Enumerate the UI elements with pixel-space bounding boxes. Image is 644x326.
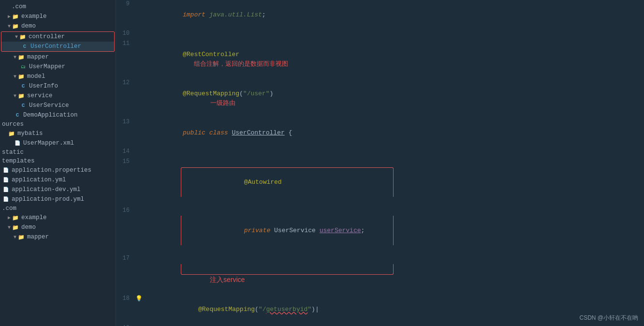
sidebar-item-userinfo[interactable]: C UserInfo xyxy=(0,81,116,91)
code-line-11: 11 @RestController 组合注解，返回的是数据而非视图 xyxy=(116,40,644,79)
sidebar-item-usermapper[interactable]: 🗂 UserMapper xyxy=(0,62,116,72)
folder-icon: 📁 xyxy=(12,214,19,222)
folder-icon: 📁 xyxy=(8,130,15,137)
sidebar-item-controller[interactable]: ▼ 📁 controller xyxy=(1,32,114,42)
sidebar-item-com1: .com xyxy=(0,2,116,12)
code-line-12: 12 @RequestMapping("/user") 一级路由 xyxy=(116,79,644,118)
text-icon xyxy=(2,3,10,11)
yml-icon: 📄 xyxy=(2,176,10,184)
arrow-icon: ▼ xyxy=(14,74,16,79)
file-tree[interactable]: .com ▶ 📁 example ▼ 📁 demo ▼ 📁 controller… xyxy=(0,0,116,326)
folder-icon: 📁 xyxy=(12,223,19,231)
sidebar-item-example2[interactable]: ▶ 📁 example xyxy=(0,213,116,222)
folder-icon: 📁 xyxy=(12,13,19,20)
sidebar-item-demoapplication[interactable]: C DemoApplication xyxy=(0,110,116,120)
code-line-14: 14 xyxy=(116,148,644,158)
yml-icon: 📄 xyxy=(2,195,10,203)
folder-icon: 📁 xyxy=(12,22,19,30)
code-table: 9 import java.util.List; 10 11 @RestCont… xyxy=(116,0,644,326)
arrow-icon: ▶ xyxy=(8,14,11,19)
sidebar-item-usercontroller[interactable]: C UserController xyxy=(1,42,114,51)
folder-icon: 📁 xyxy=(19,33,27,41)
sidebar-item-service[interactable]: ▼ 📁 service xyxy=(0,91,116,101)
bulb-icon[interactable]: 💡 xyxy=(135,296,143,302)
spring-icon: C xyxy=(14,111,21,119)
arrow-icon: ▶ xyxy=(8,215,11,221)
arrow-icon: ▼ xyxy=(14,235,16,240)
code-line-18: 18 💡 @RequestMapping("/getuserbyid")| xyxy=(116,295,644,324)
java-class-icon: C xyxy=(19,82,27,90)
yml-icon: 📄 xyxy=(2,186,10,193)
sidebar-item-com2: .com xyxy=(0,204,116,213)
sidebar-item-templates: templates xyxy=(0,157,116,165)
code-line-19: 19 ● public UserInfo getUserById(Integer… xyxy=(116,324,644,326)
folder-icon: 📁 xyxy=(17,92,25,100)
sidebar-item-userservice[interactable]: C UserService xyxy=(0,101,116,110)
sidebar-item-mybatis[interactable]: 📁 mybatis xyxy=(0,129,116,138)
arrow-icon: ▼ xyxy=(15,34,18,40)
sidebar-item-demo1[interactable]: ▼ 📁 demo xyxy=(0,21,116,31)
code-line-17: 17 注入service xyxy=(116,254,644,295)
sidebar-item-appprops[interactable]: 📄 application.properties xyxy=(0,165,116,175)
arrow-icon: ▼ xyxy=(14,93,16,99)
sidebar-item-appprodml[interactable]: 📄 application-prod.yml xyxy=(0,194,116,204)
code-line-10: 10 xyxy=(116,30,644,40)
sidebar-item-example1[interactable]: ▶ 📁 example xyxy=(0,12,116,21)
code-line-9: 9 import java.util.List; xyxy=(116,0,644,30)
folder-icon: 📁 xyxy=(17,53,25,61)
sidebar-item-mapper[interactable]: ▼ 📁 mapper xyxy=(0,52,116,62)
sidebar-item-usermapperxml[interactable]: 📄 UserMapper.xml xyxy=(0,138,116,148)
code-line-13: 13 public class UserController { xyxy=(116,118,644,148)
code-line-15: 15 @Autowired xyxy=(116,158,644,207)
java-icon: C xyxy=(21,43,29,50)
sidebar-item-static: static xyxy=(0,148,116,157)
arrow-icon: ▼ xyxy=(14,55,16,60)
arrow-icon: ▼ xyxy=(8,24,11,29)
properties-icon: 📄 xyxy=(2,166,10,174)
sidebar-item-appdevyml[interactable]: 📄 application-dev.yml xyxy=(0,185,116,194)
watermark: CSDN @小轩在不在哟 xyxy=(579,314,638,322)
sidebar-item-demo2[interactable]: ▼ 📁 demo xyxy=(0,222,116,232)
arrow-icon: ▼ xyxy=(8,225,11,230)
folder-icon: 📁 xyxy=(17,233,25,241)
java-interface-icon: C xyxy=(19,102,27,109)
folder-icon: 📁 xyxy=(17,73,25,80)
sidebar-item-appyml[interactable]: 📄 application.yml xyxy=(0,175,116,185)
code-line-16: 16 private UserService userService; xyxy=(116,207,644,255)
sidebar-item-sources: ources xyxy=(0,120,116,129)
code-editor[interactable]: 9 import java.util.List; 10 11 @RestCont… xyxy=(116,0,644,326)
sidebar-item-mapper2[interactable]: ▼ 📁 mapper xyxy=(0,232,116,242)
xml-icon: 🗂 xyxy=(19,63,27,71)
sidebar-item-model[interactable]: ▼ 📁 model xyxy=(0,72,116,81)
xml-file-icon: 📄 xyxy=(14,139,21,147)
